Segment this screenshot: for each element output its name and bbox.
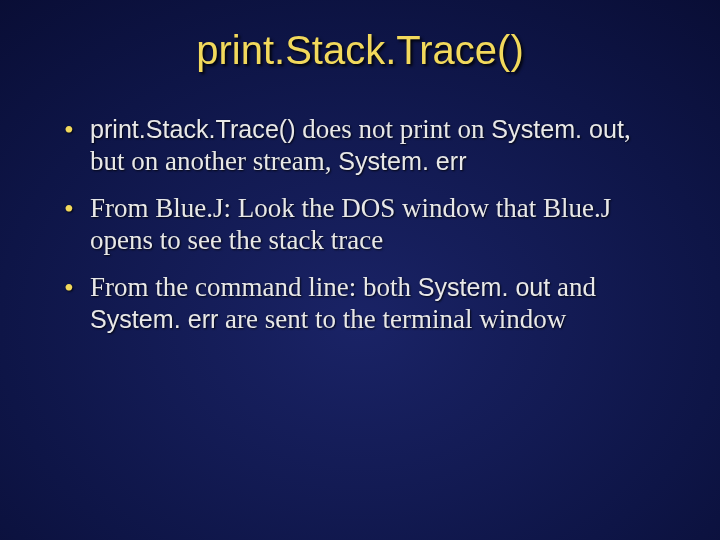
code-text: System. err <box>338 147 466 175</box>
code-text: System. out <box>491 115 624 143</box>
body-text: From Blue.J: Look the DOS window that Bl… <box>90 193 611 255</box>
list-item: From the command line: both System. out … <box>60 271 670 350</box>
list-item: From Blue.J: Look the DOS window that Bl… <box>60 192 670 271</box>
slide: print.Stack.Trace() print.Stack.Trace() … <box>0 0 720 540</box>
bullet-list: print.Stack.Trace() does not print on Sy… <box>50 113 670 349</box>
body-text: are sent to the terminal window <box>218 304 566 334</box>
code-text: print.Stack.Trace() <box>90 115 296 143</box>
code-text: System. err <box>90 305 218 333</box>
body-text: and <box>550 272 596 302</box>
list-item: print.Stack.Trace() does not print on Sy… <box>60 113 670 192</box>
body-text: does not print on <box>296 114 492 144</box>
slide-title: print.Stack.Trace() <box>50 28 670 73</box>
body-text: From the command line: both <box>90 272 418 302</box>
code-text: System. out <box>418 273 551 301</box>
